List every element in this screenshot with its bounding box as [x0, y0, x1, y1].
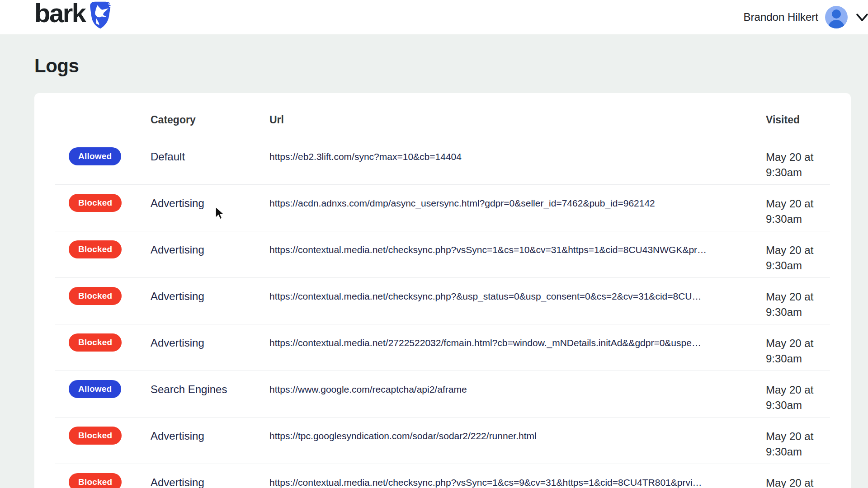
bark-logo[interactable]: bark [34, 0, 113, 31]
row-url: https://contextual.media.net/checksync.p… [269, 240, 766, 255]
row-visited: May 20 at 9:30am [766, 147, 821, 180]
user-name: Brandon Hilkert [744, 11, 818, 23]
row-visited: May 20 at 9:30am [766, 380, 821, 413]
chevron-down-icon [854, 9, 868, 25]
row-category: Advertising [151, 287, 269, 303]
bark-dog-icon [89, 1, 113, 31]
page-title: Logs [34, 55, 868, 77]
row-category: Advertising [151, 194, 269, 210]
row-visited: May 20 at 9:30am [766, 240, 821, 273]
row-visited: May 20 at 9:30am [766, 287, 821, 320]
status-badge: Blocked [69, 194, 122, 212]
status-badge: Blocked [69, 473, 122, 488]
table-row: Blocked Advertising https://acdn.adnxs.c… [55, 185, 830, 231]
user-menu[interactable]: Brandon Hilkert [744, 6, 863, 28]
row-visited: May 20 at 9:30am [766, 427, 821, 460]
table-header-row: Category Url Visited [55, 93, 830, 138]
column-header-url: Url [269, 114, 766, 126]
status-badge: Allowed [69, 380, 121, 398]
table-row: Blocked Advertising https://contextual.m… [55, 464, 830, 488]
table-row: Blocked Advertising https://contextual.m… [55, 231, 830, 278]
row-url: https://eb2.3lift.com/sync?max=10&cb=144… [269, 147, 766, 162]
row-url: https://acdn.adnxs.com/dmp/async_usersyn… [269, 194, 766, 209]
log-rows: Allowed Default https://eb2.3lift.com/sy… [55, 138, 830, 488]
row-category: Default [151, 147, 269, 163]
row-visited: May 20 at 9:30am [766, 333, 821, 366]
bark-logo-text: bark [34, 0, 85, 26]
column-header-visited: Visited [766, 114, 830, 126]
row-url: https://tpc.googlesyndication.com/sodar/… [269, 427, 766, 441]
column-header-status [55, 114, 151, 126]
table-row: Blocked Advertising https://contextual.m… [55, 278, 830, 324]
row-url: https://contextual.media.net/checksync.p… [269, 473, 766, 488]
table-row: Blocked Advertising https://contextual.m… [55, 324, 830, 371]
top-bar: bark Brandon Hilkert [0, 0, 868, 34]
column-header-category: Category [151, 114, 269, 126]
status-badge: Allowed [69, 147, 121, 165]
status-badge: Blocked [69, 427, 122, 445]
table-row: Allowed Search Engines https://www.googl… [55, 371, 830, 418]
user-avatar [825, 6, 848, 28]
table-row: Blocked Advertising https://tpc.googlesy… [55, 418, 830, 464]
row-url: https://www.google.com/recaptcha/api2/af… [269, 380, 766, 395]
row-url: https://contextual.media.net/checksync.p… [269, 287, 766, 302]
status-badge: Blocked [69, 333, 122, 352]
row-category: Advertising [151, 333, 269, 349]
row-category: Search Engines [151, 380, 269, 396]
row-category: Advertising [151, 427, 269, 442]
logs-card: Category Url Visited Allowed Default htt… [34, 93, 851, 488]
row-visited: May 20 at 9:30am [766, 473, 821, 488]
status-badge: Blocked [69, 240, 122, 258]
row-category: Advertising [151, 240, 269, 256]
status-badge: Blocked [69, 287, 122, 305]
row-url: https://contextual.media.net/2722522032/… [269, 333, 766, 348]
row-visited: May 20 at 9:30am [766, 194, 821, 227]
table-row: Allowed Default https://eb2.3lift.com/sy… [55, 138, 830, 185]
row-category: Advertising [151, 473, 269, 488]
